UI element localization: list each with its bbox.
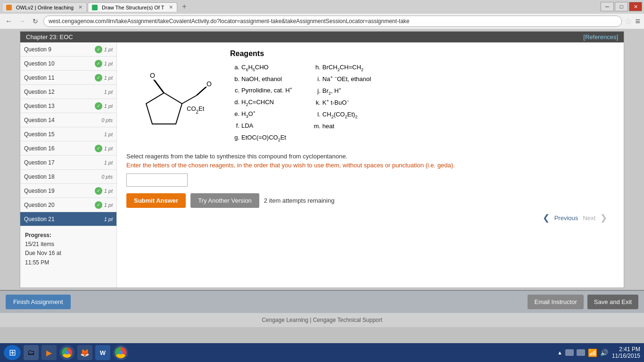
cengage-tab-icon [92,5,98,10]
sidebar-q-check: ✓ [95,201,102,209]
save-exit-button[interactable]: Save and Exit [587,295,638,309]
start-button[interactable]: ⊞ [4,345,21,360]
sidebar-item-q12[interactable]: Question 121 pt [20,85,116,99]
taskbar-system-icons: ▲ 📶 🔊 [557,348,608,357]
reagent-i: i.Na+ −OEt, ethanol [311,74,371,85]
tab-cengage[interactable]: Draw The Structure(s) Of T ✕ [88,2,177,12]
tab-owl-close[interactable]: ✕ [78,4,83,10]
taskbar-explorer[interactable]: 🗂 [24,345,39,360]
sidebar-q-label: Question 20 [24,202,93,208]
taskbar-volume[interactable]: 🔊 [600,349,608,356]
sidebar-q-label: Question 21 [24,216,104,222]
sidebar-q-label: Question 17 [24,159,104,166]
reagent-a: a.C6H5CHO [230,62,292,74]
taskbar-icon-1 [565,349,574,356]
page-footer: Cengage Learning | Cengage Technical Sup… [0,313,644,327]
sidebar-item-q19[interactable]: Question 19✓1 pt [20,184,116,198]
navigation-section: ❮ Previous Next ❯ [126,208,614,228]
sidebar-item-q13[interactable]: Question 13✓1 pt [20,99,116,113]
references-link[interactable]: [References] [583,33,618,41]
answer-input[interactable] [126,173,188,187]
try-another-button[interactable]: Try Another Version [190,193,259,208]
progress-due-time: 11:55 PM [25,258,112,267]
maximize-button[interactable]: □ [615,2,628,11]
sidebar-item-q18[interactable]: Question 180 pts [20,170,116,184]
taskbar-app1[interactable]: ▶ [41,345,57,360]
finish-assignment-button[interactable]: Finish Assignment [6,295,71,309]
new-tab-button[interactable]: + [178,1,190,12]
reagent-j: j.Br2, H+ [311,85,371,98]
back-button[interactable]: ← [4,16,14,26]
sidebar-q-pts: 0 pts [101,174,113,180]
reagent-e: e.H3O+ [230,108,292,121]
taskbar-time-display[interactable]: 2:41 PM 11/16/2015 [612,346,640,359]
taskbar-chrome[interactable] [59,345,74,360]
sidebar-q-label: Question 9 [24,46,93,53]
progress-label: Progress: [25,231,112,240]
taskbar-wifi[interactable]: 📶 [588,348,597,357]
chemical-structure: O O CO2Et [126,59,216,145]
taskbar-app2[interactable] [113,345,128,360]
previous-link[interactable]: Previous [554,214,578,222]
sidebar-q-pts: 1 pt [104,188,113,194]
close-button[interactable]: ✕ [629,2,642,11]
taskbar-firefox[interactable]: 🦊 [77,345,92,360]
instruction-colored: Enter the letters of the chosen reagents… [126,162,614,169]
sidebar-item-q10[interactable]: Question 10✓1 pt [20,57,116,71]
address-bar[interactable]: west.cengagenow.com/ilrn/takeAssignment/… [43,16,622,27]
submit-button[interactable]: Submit Answer [126,193,186,208]
menu-icon[interactable]: ≡ [635,16,640,26]
sidebar-item-q14[interactable]: Question 140 pts [20,113,116,127]
sidebar-item-q17[interactable]: Question 171 pt [20,156,116,170]
reagents-title: Reagents [230,49,371,58]
tab-owl-label: OWLv2 | Online teaching [16,5,74,10]
question-sidebar: Question 9✓1 ptQuestion 10✓1 ptQuestion … [20,42,117,288]
next-link[interactable]: Next [583,214,595,222]
svg-marker-0 [146,93,182,124]
taskbar-show-hidden[interactable]: ▲ [557,350,562,355]
sidebar-q-pts: 1 pt [104,146,113,151]
sidebar-q-pts: 1 pt [104,89,113,95]
sidebar-q-pts: 0 pts [101,117,113,123]
tab-cengage-close[interactable]: ✕ [169,4,173,10]
sidebar-question-list: Question 9✓1 ptQuestion 10✓1 ptQuestion … [20,42,116,226]
reagent-b: b.NaOH, ethanol [230,74,292,85]
progress-section: Progress: 15/21 items Due Nov 16 at 11:5… [20,226,116,272]
reagents-left-col: a.C6H5CHO b.NaOH, ethanol c.Pyrrolidine,… [230,62,292,144]
sidebar-item-q21[interactable]: Question 211 pt [20,212,116,226]
taskbar-time: 2:41 PM [612,346,640,353]
sidebar-item-q15[interactable]: Question 151 pt [20,127,116,141]
forward-button[interactable]: → [17,16,27,26]
reagent-d: d.H2C=CHCN [230,97,292,108]
sidebar-item-q11[interactable]: Question 11✓1 pt [20,71,116,85]
sidebar-q-check: ✓ [95,145,102,152]
minimize-button[interactable]: ─ [601,2,614,11]
svg-line-5 [197,87,206,95]
sidebar-q-label: Question 14 [24,117,101,123]
refresh-button[interactable]: ↻ [30,16,41,26]
sidebar-q-label: Question 18 [24,173,101,180]
sidebar-item-q16[interactable]: Question 16✓1 pt [20,141,116,156]
taskbar-left: ⊞ 🗂 ▶ 🦊 W [4,345,128,360]
progress-due: Due Nov 16 at [25,249,112,258]
sidebar-item-q9[interactable]: Question 9✓1 pt [20,42,116,57]
sidebar-q-pts: 1 pt [104,132,113,137]
sidebar-q-pts: 1 pt [104,103,113,109]
taskbar-word[interactable]: W [95,345,110,360]
reagent-l: l.CH2(CO2Et)2 [311,109,371,121]
svg-line-1 [155,80,164,93]
button-row: Submit Answer Try Another Version 2 item… [126,193,614,208]
reagent-h: h.BrCH2CH=CH2 [311,62,371,74]
sidebar-q-label: Question 15 [24,131,104,138]
bottom-bar: Finish Assignment Email Instructor Save … [0,290,644,313]
taskbar-date: 11/16/2015 [612,353,640,359]
sidebar-q-pts: 1 pt [104,47,113,52]
oxygen-right: O [206,80,212,88]
tab-owl[interactable]: OWLv2 | Online teaching ✕ [2,2,87,12]
email-instructor-button[interactable]: Email Instructor [528,295,583,309]
bookmark-icon[interactable]: ☆ [625,16,632,26]
sidebar-q-pts: 1 pt [104,61,113,66]
co2et-label: CO2Et [187,105,205,115]
sidebar-item-q20[interactable]: Question 20✓1 pt [20,198,116,212]
svg-line-3 [182,96,196,104]
